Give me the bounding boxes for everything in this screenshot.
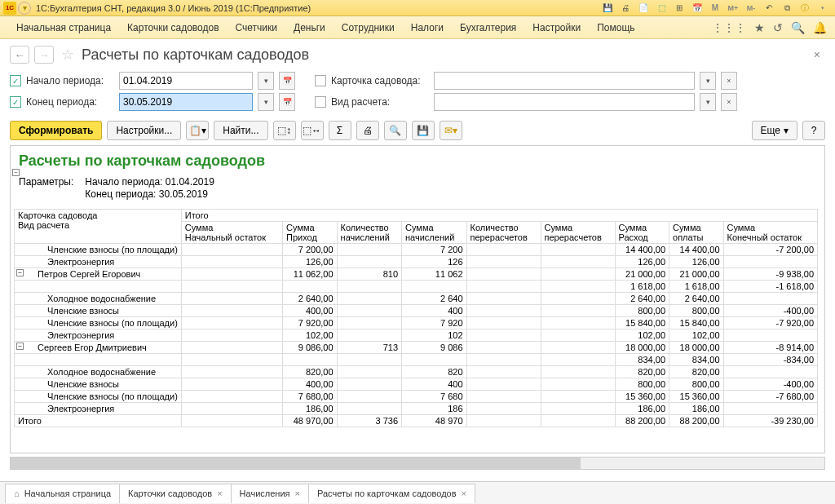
menu-counters[interactable]: Счетчики [228,22,285,33]
start-cal[interactable]: 📅 [279,72,295,90]
tab-accruals[interactable]: Начисления× [231,484,309,503]
page-header: ← → ☆ Расчеты по карточкам садоводов × [0,39,835,67]
outline-toggle-1[interactable]: − [12,169,20,176]
sum-button[interactable]: Σ [329,121,351,140]
history-icon[interactable]: ↺ [773,21,783,34]
drop-icon[interactable]: ▾ [815,2,830,15]
calendar-icon[interactable]: 📅 [690,2,705,15]
star-icon[interactable]: ★ [754,21,765,34]
end-input[interactable] [119,93,253,111]
search-icon[interactable]: 🔍 [791,21,805,34]
start-input[interactable] [119,72,253,90]
menu-settings[interactable]: Настройки [524,22,589,33]
app-icon: 1C [3,2,16,15]
horizontal-scrollbar[interactable] [10,457,825,470]
preview-button[interactable]: 🔍 [384,121,407,140]
page-title: Расчеты по карточкам садоводов [82,46,309,64]
expand-button[interactable]: ⬚↕ [273,121,296,140]
print-button[interactable]: 🖨 [356,121,379,140]
dropdown-icon[interactable]: ▾ [18,2,31,15]
back-button[interactable]: ← [10,46,29,64]
more-button[interactable]: Еще ▾ [752,121,797,140]
back-icon[interactable]: ↶ [762,2,776,15]
menu-taxes[interactable]: Налоги [403,22,452,33]
start-label: Начало периода: [26,75,114,86]
params-label: Параметры: [19,176,73,201]
main-menu: Начальная страница Карточки садоводов Сч… [0,16,835,39]
card-label: Карточка садовода: [331,75,429,86]
title-bar: 1C ▾ 1С:Бухгалтерия СНТ, редакция 3.0 / … [0,0,835,16]
info-icon[interactable]: ⓘ [797,2,812,15]
tabs-bar: Начальная страница Карточки садоводов× Н… [0,481,835,504]
window-icon[interactable]: ⧉ [780,2,794,15]
report-area[interactable]: − Расчеты по карточкам садоводов Парамет… [10,145,825,453]
menu-employees[interactable]: Сотрудники [334,22,403,33]
menu-cards[interactable]: Карточки садоводов [119,22,227,33]
mail-button[interactable]: ✉▾ [440,121,462,140]
tab-home[interactable]: Начальная страница [5,484,120,503]
start-drop[interactable]: ▾ [258,72,274,90]
save-icon[interactable]: 💾 [600,2,615,15]
tab-cards[interactable]: Карточки садоводов× [119,484,232,503]
type-drop[interactable]: ▾ [700,93,716,111]
m-minus-icon[interactable]: M- [744,2,758,15]
doc-icon[interactable]: 📄 [636,2,651,15]
report-title: Расчеты по карточкам садоводов [14,149,818,173]
report-params: Параметры: Начало периода: 01.04.2019Кон… [14,173,818,209]
card-checkbox[interactable]: ✓ [315,75,326,86]
end-drop[interactable]: ▾ [258,93,274,111]
start-checkbox[interactable]: ✓ [10,75,21,86]
close-page[interactable]: × [809,48,825,61]
m-icon[interactable]: M [708,2,722,15]
menu-accounting[interactable]: Бухгалтерия [452,22,524,33]
window-title: 1С:Бухгалтерия СНТ, редакция 3.0 / Июнь … [36,3,311,13]
find-button[interactable]: Найти... [214,121,267,140]
type-input[interactable] [434,93,695,111]
menu-home[interactable]: Начальная страница [8,22,119,33]
grid-icon[interactable]: ⋮⋮⋮ [712,21,746,34]
help-button[interactable]: ? [802,121,825,140]
forward-button[interactable]: → [34,46,54,64]
card-drop[interactable]: ▾ [700,72,716,90]
report-toolbar: Сформировать Настройки... 📋▾ Найти... ⬚↕… [0,116,835,145]
filters-panel: ✓ Начало периода: ▾ 📅 ✓ Карточка садовод… [0,67,835,116]
menu-help[interactable]: Помощь [589,22,643,33]
type-label: Вид расчета: [331,96,429,108]
form-button[interactable]: Сформировать [10,121,102,140]
compare-icon[interactable]: ⬚ [654,2,669,15]
end-cal[interactable]: 📅 [279,93,295,111]
report-table: Карточка садоводаВид расчета Итого Сумма… [14,209,818,427]
settings-button[interactable]: Настройки... [107,121,181,140]
menu-money[interactable]: Деньги [285,22,334,33]
m-plus-icon[interactable]: M+ [726,2,740,15]
type-clear[interactable]: × [721,93,737,111]
card-clear[interactable]: × [721,72,737,90]
collapse-button[interactable]: ⬚↔ [301,121,324,140]
copy-button[interactable]: 📋▾ [186,121,209,140]
end-label: Конец периода: [26,96,114,108]
save-file-button[interactable]: 💾 [412,121,435,140]
card-input[interactable] [434,72,695,90]
calc-icon[interactable]: ⊞ [672,2,687,15]
tab-calculations[interactable]: Расчеты по карточкам садоводов× [308,484,475,503]
bell-icon[interactable]: 🔔 [813,21,827,34]
favorite-star[interactable]: ☆ [59,46,77,64]
print-icon[interactable]: 🖨 [618,2,633,15]
type-checkbox[interactable]: ✓ [315,96,326,108]
end-checkbox[interactable]: ✓ [10,96,21,108]
